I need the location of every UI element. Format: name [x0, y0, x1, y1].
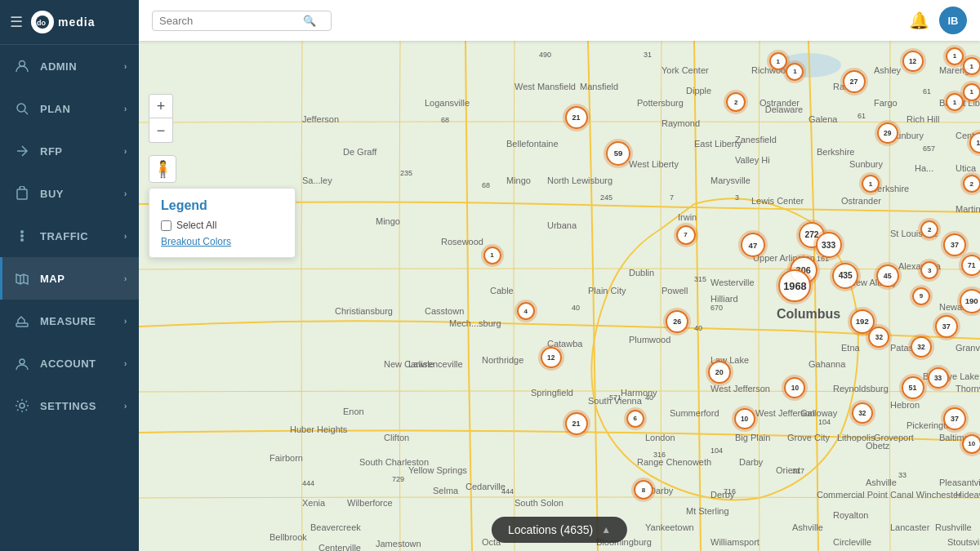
svg-text:Plain City: Plain City: [588, 286, 626, 295]
map-marker[interactable]: 8: [634, 480, 653, 500]
sidebar-item-admin[interactable]: ADMIN ›: [0, 45, 139, 87]
map-marker[interactable]: 12: [541, 347, 562, 368]
map-marker[interactable]: 20: [708, 361, 731, 384]
search-input[interactable]: [159, 15, 298, 27]
map-marker[interactable]: 59: [606, 141, 630, 166]
map-marker[interactable]: 6: [626, 410, 644, 428]
map-marker[interactable]: 1: [786, 63, 804, 81]
svg-point-6: [20, 230, 24, 233]
svg-text:Ostrander: Ostrander: [841, 196, 881, 206]
sidebar-item-buy[interactable]: BUY ›: [0, 172, 139, 215]
svg-text:Gahanna: Gahanna: [808, 359, 846, 369]
rfp-chevron-icon: ›: [124, 146, 127, 156]
map-marker[interactable]: 47: [741, 233, 765, 257]
user-avatar[interactable]: IB: [939, 7, 967, 34]
map-marker[interactable]: 32: [911, 336, 932, 358]
map-marker[interactable]: 1: [483, 247, 501, 264]
svg-text:Summerford: Summerford: [670, 408, 719, 418]
hamburger-menu-icon[interactable]: ☰: [10, 13, 23, 31]
sidebar-item-measure[interactable]: MEASURE ›: [0, 300, 139, 342]
notification-bell-icon[interactable]: 🔔: [909, 11, 929, 30]
svg-text:Rosewood: Rosewood: [441, 237, 483, 247]
map-marker[interactable]: 1: [862, 175, 880, 193]
map-marker[interactable]: 51: [902, 376, 924, 399]
map-marker[interactable]: 26: [666, 310, 688, 333]
map-marker[interactable]: 10: [734, 408, 755, 429]
map-marker[interactable]: 1: [946, 93, 964, 111]
map-marker[interactable]: 37: [943, 233, 966, 256]
map-marker[interactable]: 2: [963, 175, 980, 193]
measure-icon: [14, 313, 30, 329]
svg-text:670: 670: [710, 304, 723, 312]
sidebar-item-account[interactable]: ACCOUNT ›: [0, 342, 139, 384]
map-marker[interactable]: 4: [517, 302, 535, 320]
map-marker[interactable]: 2: [920, 220, 938, 238]
map-marker[interactable]: 32: [852, 402, 873, 424]
svg-text:68: 68: [482, 181, 490, 189]
legend-breakout-colors-button[interactable]: Breakout Colors: [161, 236, 283, 247]
plan-chevron-icon: ›: [124, 104, 127, 113]
admin-chevron-icon: ›: [124, 61, 127, 71]
map-marker[interactable]: 333: [816, 232, 842, 258]
map-marker[interactable]: 37: [935, 315, 958, 338]
map-marker[interactable]: 33: [928, 367, 949, 389]
map-container[interactable]: Columbus North Lewisburg Delaware Berksh…: [139, 41, 980, 551]
map-marker[interactable]: 1: [769, 52, 787, 70]
map-marker[interactable]: 10: [962, 434, 980, 454]
plan-icon: [14, 100, 30, 117]
svg-text:West Liberty: West Liberty: [629, 159, 679, 169]
svg-text:Royalton: Royalton: [833, 510, 868, 520]
svg-text:Lawrenceville: Lawrenceville: [408, 359, 463, 369]
svg-text:245: 245: [600, 193, 612, 202]
account-chevron-icon: ›: [124, 358, 127, 368]
sidebar-item-plan[interactable]: PLAN ›: [0, 87, 139, 130]
map-marker[interactable]: 21: [565, 412, 588, 435]
search-icon: 🔍: [303, 15, 316, 27]
map-marker[interactable]: 12: [902, 51, 924, 72]
pegman-button[interactable]: 🧍: [149, 155, 176, 183]
sidebar-item-settings[interactable]: SETTINGS ›: [0, 384, 139, 427]
map-marker[interactable]: 37: [943, 407, 966, 430]
map-marker[interactable]: 1: [963, 57, 980, 75]
map-marker[interactable]: 7: [676, 225, 696, 245]
svg-text:Hebron: Hebron: [890, 400, 920, 410]
map-marker[interactable]: 29: [877, 122, 898, 144]
map-marker[interactable]: 1: [963, 83, 980, 101]
svg-text:Valley Hi: Valley Hi: [735, 155, 770, 165]
svg-text:Lewis Center: Lewis Center: [751, 196, 804, 206]
map-marker[interactable]: 32: [868, 327, 889, 348]
sidebar-item-traffic[interactable]: TRAFFIC ›: [0, 215, 139, 257]
svg-text:3: 3: [735, 193, 739, 202]
svg-point-3: [17, 104, 25, 112]
map-marker[interactable]: 27: [843, 70, 866, 93]
map-marker[interactable]: 71: [961, 255, 980, 276]
sidebar-header: ☰ do media: [0, 0, 139, 45]
sidebar-item-rfp[interactable]: RFP ›: [0, 130, 139, 172]
svg-line-4: [24, 111, 28, 114]
svg-text:Bellefontaine: Bellefontaine: [506, 139, 559, 149]
map-marker[interactable]: 1: [946, 47, 964, 65]
map-label: MAP: [40, 273, 65, 285]
svg-text:Jamestown: Jamestown: [376, 539, 421, 549]
map-marker[interactable]: 21: [565, 106, 588, 129]
sidebar-item-map[interactable]: MAP ›: [0, 257, 139, 300]
zoom-in-button[interactable]: +: [149, 94, 173, 118]
svg-text:Mingo: Mingo: [376, 216, 400, 226]
map-marker[interactable]: 19: [969, 132, 980, 153]
map-marker[interactable]: 45: [876, 264, 899, 287]
map-marker[interactable]: 190: [960, 289, 980, 313]
svg-point-8: [20, 238, 24, 242]
zoom-out-button[interactable]: −: [149, 118, 173, 143]
locations-bar[interactable]: Locations (4635) ▲: [492, 517, 627, 543]
svg-text:316: 316: [653, 451, 666, 459]
map-marker[interactable]: 3: [920, 261, 938, 279]
map-marker[interactable]: 435: [832, 263, 858, 289]
map-marker[interactable]: 2: [726, 92, 746, 112]
map-marker[interactable]: 9: [912, 287, 930, 305]
map-marker[interactable]: 1968: [778, 269, 811, 302]
legend-select-all-checkbox[interactable]: [161, 220, 172, 231]
map-chevron-icon: ›: [124, 273, 127, 283]
locations-chevron-icon: ▲: [601, 524, 611, 535]
map-marker[interactable]: 10: [784, 377, 805, 398]
svg-text:Beavercreek: Beavercreek: [310, 522, 361, 532]
